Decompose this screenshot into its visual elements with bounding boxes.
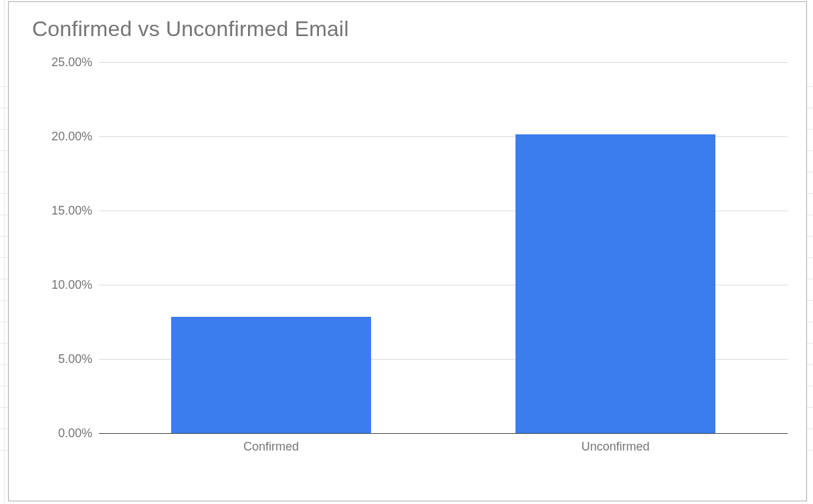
x-axis-baseline (99, 433, 788, 434)
y-tick-label: 10.00% (32, 278, 92, 292)
y-tick-label: 5.00% (32, 352, 92, 366)
bar-unconfirmed[interactable] (515, 134, 715, 433)
y-tick-label: 0.00% (32, 426, 92, 440)
y-tick-label: 25.00% (32, 55, 92, 70)
bars-area (99, 62, 788, 433)
x-tick-label: Confirmed (243, 440, 299, 454)
bar-confirmed[interactable] (171, 317, 371, 433)
chart-title: Confirmed vs Unconfirmed Email (32, 17, 349, 41)
y-tick-label: 15.00% (32, 204, 92, 218)
y-tick-label: 20.00% (32, 130, 92, 144)
plot-area: 0.00%5.00%10.00%15.00%20.00%25.00% Confi… (32, 62, 788, 460)
x-tick-label: Unconfirmed (581, 440, 649, 454)
chart-container[interactable]: Confirmed vs Unconfirmed Email 0.00%5.00… (8, 1, 807, 501)
